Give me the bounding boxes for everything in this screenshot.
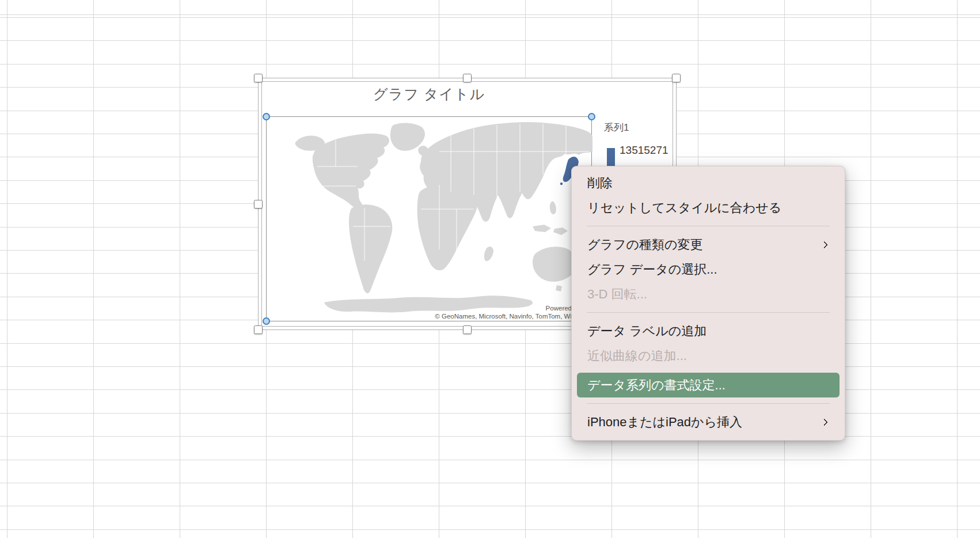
menu-item-3d-rotation: 3-D 回転... bbox=[572, 282, 845, 306]
legend-max-value: 13515271 bbox=[620, 144, 668, 157]
chart-resize-handle-middle-left[interactable] bbox=[254, 200, 263, 209]
chart-resize-handle-top-right[interactable] bbox=[672, 74, 681, 82]
map-attribution: Powered © GeoNames, Microsoft, Navinfo, … bbox=[435, 305, 572, 320]
attribution-copyright: © GeoNames, Microsoft, Navinfo, TomTom, … bbox=[435, 313, 572, 321]
chart-resize-handle-bottom-left[interactable] bbox=[254, 325, 263, 334]
submenu-arrow-icon bbox=[821, 418, 828, 426]
world-map bbox=[267, 117, 592, 322]
attribution-powered: Powered bbox=[435, 305, 572, 313]
plot-resize-handle-top-left[interactable] bbox=[263, 113, 270, 120]
map-north-america bbox=[313, 134, 389, 210]
menu-item-format-data-series[interactable]: データ系列の書式設定... bbox=[577, 373, 840, 397]
chart-title[interactable]: グラフ タイトル bbox=[266, 85, 592, 104]
chart-resize-handle-top-middle[interactable] bbox=[463, 74, 472, 82]
menu-separator bbox=[587, 226, 830, 226]
plot-resize-handle-bottom-left[interactable] bbox=[263, 317, 270, 325]
legend-series-name[interactable]: 系列1 bbox=[604, 121, 629, 134]
map-australia bbox=[533, 247, 577, 282]
menu-separator bbox=[587, 403, 830, 404]
menu-item-delete[interactable]: 削除 bbox=[572, 171, 845, 195]
plot-resize-handle-top-right[interactable] bbox=[588, 113, 595, 120]
chart-resize-handle-bottom-middle[interactable] bbox=[463, 325, 472, 334]
menu-item-select-chart-data[interactable]: グラフ データの選択... bbox=[572, 257, 845, 282]
excel-worksheet[interactable]: { "chart": { "title": "グラフ タイトル", "legen… bbox=[0, 0, 980, 538]
menu-item-insert-from-iphone-ipad[interactable]: iPhoneまたはiPadから挿入 bbox=[572, 410, 845, 434]
menu-item-reset-to-match-style[interactable]: リセットしてスタイルに合わせる bbox=[572, 195, 845, 220]
plot-area[interactable]: Powered © GeoNames, Microsoft, Navinfo, … bbox=[266, 116, 592, 321]
menu-separator bbox=[587, 312, 830, 313]
menu-item-change-chart-type[interactable]: グラフの種類の変更 bbox=[572, 232, 845, 257]
menu-item-add-trendline: 近似曲線の追加... bbox=[572, 343, 845, 368]
context-menu: 削除 リセットしてスタイルに合わせる グラフの種類の変更 グラフ データの選択.… bbox=[571, 166, 845, 441]
menu-item-add-data-labels[interactable]: データ ラベルの追加 bbox=[572, 319, 845, 343]
submenu-arrow-icon bbox=[821, 241, 828, 248]
chart-resize-handle-top-left[interactable] bbox=[254, 74, 263, 82]
map-south-america bbox=[349, 204, 392, 293]
map-africa bbox=[417, 184, 478, 271]
